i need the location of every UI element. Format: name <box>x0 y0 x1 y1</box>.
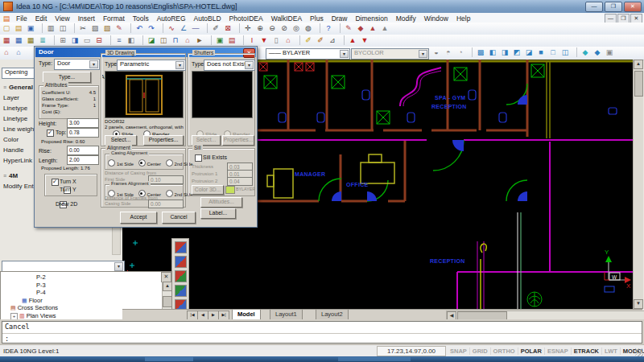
arc-tool-1-icon[interactable] <box>175 241 187 253</box>
section-expander-icon[interactable]: ≡ <box>3 173 6 179</box>
casing-1st-side-radio[interactable] <box>108 159 115 167</box>
ramp-icon[interactable]: ◧ <box>126 35 137 45</box>
pencil-icon[interactable]: ✐ <box>207 23 221 33</box>
zoom-previous-icon[interactable]: ◍ <box>303 23 314 33</box>
new-file-icon[interactable]: ▢ <box>1 23 12 33</box>
color-combo[interactable]: BYCOLOR▾ <box>351 48 429 60</box>
topo-icon[interactable]: ≣ <box>37 35 48 45</box>
menu-help[interactable]: Help <box>452 14 474 23</box>
view-3d-red-icon[interactable]: ⌂ <box>1 47 12 57</box>
type-button[interactable]: Type... <box>43 72 91 83</box>
toggle-grid[interactable]: GRID <box>470 348 491 355</box>
tree-item-p-2[interactable]: P-2 <box>1 274 181 282</box>
palette-item-line-weight[interactable]: Line weight <box>3 125 35 133</box>
menu-file[interactable]: File <box>12 14 31 23</box>
diamond-blue-icon[interactable]: ◆ <box>592 47 603 57</box>
canvas-vscrollbar[interactable]: ▲ ▼ <box>633 60 643 309</box>
toggle-polar[interactable]: POLAR <box>518 348 545 355</box>
length-field[interactable]: 2.00 <box>67 155 99 165</box>
tri-red-icon[interactable]: ▲ <box>367 23 378 33</box>
close-button[interactable]: ✕ <box>624 2 642 12</box>
restore-button[interactable]: ❐ <box>605 2 622 12</box>
resize-grip[interactable] <box>635 348 643 356</box>
turn-x-checkbox[interactable] <box>52 179 59 186</box>
photo-icon[interactable]: ▣ <box>211 35 225 45</box>
palette-item-linetype[interactable]: Linetype <box>3 105 27 112</box>
view-3d-blue-icon[interactable]: ⌂ <box>13 47 24 57</box>
line-icon[interactable]: ― <box>190 23 201 33</box>
tree-item-p-3[interactable]: P-3 <box>1 282 181 290</box>
text-icon[interactable]: I <box>243 35 258 45</box>
zoom-window-icon[interactable]: ⊘ <box>279 23 290 33</box>
pan-icon[interactable]: ✛ <box>239 23 254 33</box>
window-icon[interactable]: ◨ <box>69 35 80 45</box>
menu-autoreg[interactable]: AutoREG <box>153 14 190 23</box>
menu-insert[interactable]: Insert <box>74 14 99 23</box>
view-front-icon[interactable]: ■ <box>535 47 547 57</box>
command-input[interactable]: Cancel : <box>2 321 642 343</box>
diamond-cyan-icon[interactable]: ◆ <box>576 47 591 57</box>
view-back-icon[interactable]: □ <box>547 47 559 57</box>
arrow-icon[interactable]: ► <box>194 35 205 45</box>
menu-plus[interactable]: Plus <box>306 14 328 23</box>
print-icon[interactable]: ▥ <box>42 23 56 33</box>
menu-format[interactable]: Format <box>99 14 129 23</box>
palette-item-modify-ent[interactable]: Modify Ent <box>3 183 34 190</box>
frames-2nd-side-radio[interactable] <box>166 190 173 197</box>
casing-center-radio[interactable] <box>138 159 146 167</box>
shade-gouraud-icon[interactable]: ◔ <box>455 47 466 57</box>
top-field[interactable]: 0.78 <box>67 128 99 138</box>
toggle-snap[interactable]: SNAP <box>448 348 470 355</box>
palette-item-layer[interactable]: Layer <box>3 94 19 101</box>
menu-autobld[interactable]: AutoBLD <box>190 14 225 23</box>
grid-icon[interactable]: ⊞ <box>54 35 68 45</box>
view-right-icon[interactable]: ◪ <box>523 47 535 57</box>
stairs-icon[interactable]: ≡ <box>110 35 125 45</box>
door-insert-icon[interactable]: ◪ <box>142 35 157 45</box>
house-icon[interactable]: ⌂ <box>283 35 294 45</box>
revcloud-icon[interactable]: ∿ <box>163 23 177 33</box>
toggle-lwt[interactable]: LWT <box>602 348 621 355</box>
chevron-down-icon[interactable]: ▾ <box>245 61 254 69</box>
palette-item-handle[interactable]: Handle <box>3 146 23 154</box>
protrusion2-field[interactable]: 0.04 <box>227 177 253 186</box>
chevron-down-icon[interactable]: ▾ <box>114 262 123 271</box>
menu-window[interactable]: Window <box>420 14 452 23</box>
pencil-yellow-icon[interactable]: ✐ <box>299 35 314 45</box>
wall-red-icon[interactable]: ▦ <box>1 35 12 45</box>
tree-item-p-4[interactable]: P-4 <box>1 289 181 297</box>
ucs-icon[interactable]: ▣ <box>604 47 615 57</box>
properties-button[interactable]: Properties... <box>143 135 184 146</box>
scroll-down-icon[interactable]: ▼ <box>634 299 643 309</box>
level-down-icon[interactable]: ▼ <box>359 35 370 45</box>
chevron-down-icon[interactable]: ▾ <box>419 50 427 58</box>
ruler-icon[interactable]: ⊿ <box>327 35 338 45</box>
drawing-3d-type-combo[interactable]: Parametric▾ <box>117 60 186 71</box>
clipboard-icon[interactable]: ▯ <box>270 35 282 45</box>
view-bottom-icon[interactable]: ◨ <box>499 47 510 57</box>
sketch-icon[interactable]: ✎ <box>340 23 354 33</box>
palette-item-general[interactable]: ≡General <box>3 84 33 91</box>
redo-icon[interactable]: ↷ <box>146 23 157 33</box>
rise-field[interactable]: 0.00 <box>67 146 99 155</box>
height-field[interactable]: 3.00 <box>67 118 99 128</box>
tree-scroll-thumb[interactable] <box>163 296 172 307</box>
poly-icon[interactable]: ◆ <box>355 23 366 33</box>
dist-casing-field[interactable]: 0.10 <box>148 175 184 184</box>
erase-icon[interactable]: ⊠ <box>222 23 233 33</box>
view-left-icon[interactable]: ◩ <box>511 47 522 57</box>
shutters-type-combo[interactable]: Does not Exist▾ <box>204 60 255 71</box>
altitudes-button[interactable]: Altitudes... <box>200 197 242 208</box>
view-top-icon[interactable]: ◧ <box>487 47 498 57</box>
room-icon[interactable]: ⊟ <box>93 35 105 45</box>
slab-icon[interactable]: ▭ <box>81 35 93 45</box>
tree-item-floor[interactable]: ▦Floor <box>1 297 167 305</box>
window-insert-icon[interactable]: ◫ <box>158 35 169 45</box>
menu-tools[interactable]: Tools <box>129 14 153 23</box>
chevron-down-icon[interactable]: ▾ <box>89 60 98 68</box>
casing-2nd-side-radio[interactable] <box>166 159 173 167</box>
dist-frames-field[interactable]: 0.00 <box>148 200 184 208</box>
angle-icon[interactable]: ∠ <box>178 23 189 33</box>
menu-walkidea[interactable]: WalkIDEA <box>267 14 306 23</box>
accept-button[interactable]: Accept <box>120 212 157 224</box>
